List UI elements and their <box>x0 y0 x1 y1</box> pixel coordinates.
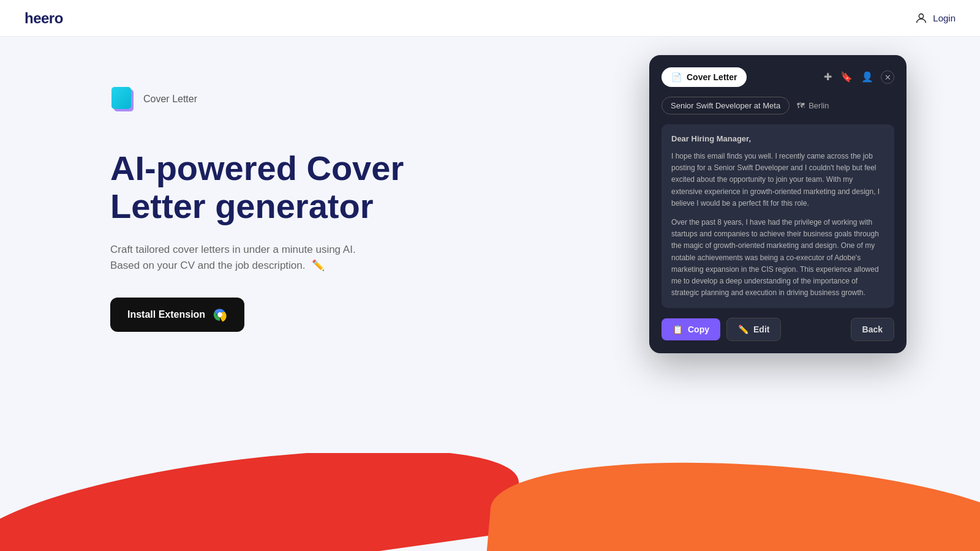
letter-paragraph-1: I hope this email finds you well. I rece… <box>671 151 884 209</box>
chrome-icon <box>213 307 227 322</box>
card-header: 📄 Cover Letter ✚ 🔖 👤 ✕ <box>662 67 894 87</box>
copy-label: Copy <box>688 324 709 334</box>
cover-letter-icon <box>110 86 137 113</box>
card-tab: 📄 Cover Letter <box>662 67 747 87</box>
copy-icon: 📋 <box>673 324 683 334</box>
document-icon: 📄 <box>671 72 682 82</box>
job-tag: Senior Swift Developer at Meta <box>662 97 790 114</box>
user-icon <box>914 12 928 25</box>
close-button[interactable]: ✕ <box>881 70 894 84</box>
job-info-row: Senior Swift Developer at Meta 🗺 Berlin <box>662 97 894 114</box>
edit-button[interactable]: ✏️ Edit <box>726 318 781 341</box>
letter-greeting: Dear Hiring Manager, <box>671 134 884 143</box>
bottom-decoration <box>0 453 980 551</box>
wave-red <box>0 453 526 551</box>
edit-icon: ✏️ <box>738 324 748 334</box>
location-tag: 🗺 Berlin <box>797 101 829 110</box>
install-extension-button[interactable]: Install Extension <box>110 298 244 332</box>
card-footer: 📋 Copy ✏️ Edit Back <box>662 318 894 341</box>
logo: heero <box>24 10 63 27</box>
paper-front <box>111 87 131 109</box>
subtitle-line1: Craft tailored cover letters in under a … <box>110 244 356 255</box>
svg-point-2 <box>218 313 222 317</box>
card-actions: ✚ 🔖 👤 ✕ <box>823 70 894 84</box>
add-button[interactable]: ✚ <box>823 71 833 83</box>
extension-panel: 📄 Cover Letter ✚ 🔖 👤 ✕ Senior Swift Deve… <box>649 55 907 353</box>
pencil-icon: ✏️ <box>312 260 325 271</box>
letter-paragraph-2: Over the past 8 years, I have had the pr… <box>671 217 884 299</box>
header: heero Login <box>0 0 980 37</box>
letter-body: Dear Hiring Manager, I hope this email f… <box>662 124 894 308</box>
main-content: Cover Letter AI-powered Cover Letter gen… <box>0 0 980 551</box>
wave-orange <box>486 453 980 551</box>
hero-subtitle: Craft tailored cover letters in under a … <box>110 242 404 273</box>
login-button[interactable]: Login <box>933 13 956 23</box>
subtitle-line2: Based on your CV and the job description… <box>110 260 305 271</box>
edit-label: Edit <box>753 324 769 334</box>
copy-button[interactable]: 📋 Copy <box>662 318 720 340</box>
tab-label: Cover Letter <box>687 72 737 82</box>
extension-card: 📄 Cover Letter ✚ 🔖 👤 ✕ Senior Swift Deve… <box>649 55 907 353</box>
back-label: Back <box>862 324 883 334</box>
bookmark-button[interactable]: 🔖 <box>839 71 854 83</box>
profile-button[interactable]: 👤 <box>860 71 875 83</box>
back-button[interactable]: Back <box>851 318 894 341</box>
letter-paragraph-3: In addition, I have also had the opportu… <box>671 306 884 308</box>
svg-point-0 <box>919 13 924 18</box>
hero-title: AI-powered Cover Letter generator <box>110 149 429 225</box>
header-right: Login <box>914 12 956 25</box>
map-icon: 🗺 <box>797 101 805 110</box>
location-label: Berlin <box>809 101 829 110</box>
install-button-label: Install Extension <box>127 309 205 320</box>
login-label: Login <box>933 13 956 23</box>
badge-label: Cover Letter <box>143 94 197 105</box>
